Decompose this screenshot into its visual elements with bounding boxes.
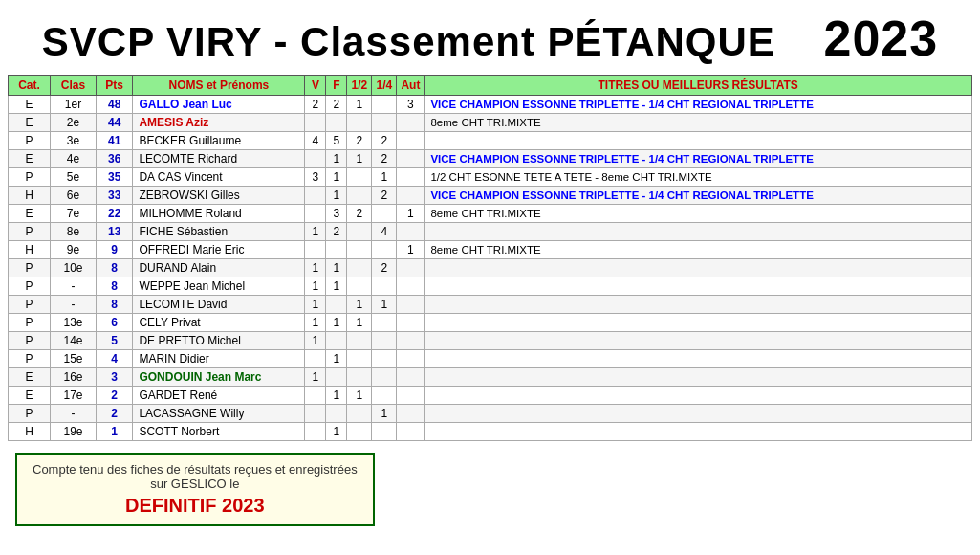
- cell-quarter: [372, 314, 397, 332]
- cell-titres: VICE CHAMPION ESSONNE TRIPLETTE - 1/4 CH…: [425, 96, 972, 114]
- cell-half: [347, 423, 372, 441]
- cell-clas: 7e: [51, 205, 97, 223]
- cell-f: 1: [326, 150, 347, 168]
- cell-quarter: 1: [372, 405, 397, 423]
- footer-line2: sur GESLICO le: [150, 477, 239, 491]
- cell-aut: 3: [397, 96, 425, 114]
- cell-aut: [397, 187, 425, 205]
- cell-titres: [425, 350, 972, 368]
- cell-cat: E: [9, 150, 51, 168]
- table-row: H 9e 9 OFFREDI Marie Eric 1 8eme CHT TRI…: [9, 241, 972, 259]
- cell-v: [305, 187, 326, 205]
- cell-cat: P: [9, 405, 51, 423]
- cell-pts: 4: [96, 350, 133, 368]
- col-aut: Aut: [397, 76, 425, 96]
- cell-name: BECKER Guillaume: [133, 132, 305, 150]
- cell-titres: 8eme CHT TRI.MIXTE: [425, 205, 972, 223]
- cell-titres: [425, 296, 972, 314]
- cell-v: [305, 423, 326, 441]
- cell-half: [347, 278, 372, 296]
- cell-titres: [425, 423, 972, 441]
- cell-cat: P: [9, 132, 51, 150]
- cell-half: [347, 405, 372, 423]
- cell-v: [305, 205, 326, 223]
- cell-aut: [397, 423, 425, 441]
- col-v: V: [305, 76, 326, 96]
- cell-clas: 5e: [51, 168, 97, 187]
- cell-aut: [397, 168, 425, 187]
- cell-f: 1: [326, 187, 347, 205]
- cell-name: MILHOMME Roland: [133, 205, 305, 223]
- cell-clas: 10e: [51, 259, 97, 278]
- col-half: 1/2: [347, 76, 372, 96]
- cell-aut: [397, 259, 425, 278]
- footer-area: Compte tenu des fiches de résultats reçu…: [0, 441, 980, 530]
- cell-quarter: [372, 114, 397, 132]
- table-row: E 7e 22 MILHOMME Roland 3 2 1 8eme CHT T…: [9, 205, 972, 223]
- cell-pts: 44: [96, 114, 133, 132]
- cell-pts: 22: [96, 205, 133, 223]
- cell-pts: 1: [96, 423, 133, 441]
- cell-clas: 9e: [51, 241, 97, 259]
- cell-half: 1: [347, 96, 372, 114]
- rankings-table: Cat. Clas Pts NOMS et Prénoms V F 1/2 1/…: [8, 75, 972, 441]
- cell-clas: 2e: [51, 114, 97, 132]
- cell-v: 1: [305, 332, 326, 350]
- cell-half: 1: [347, 296, 372, 314]
- cell-aut: [397, 350, 425, 368]
- cell-f: [326, 114, 347, 132]
- cell-aut: 1: [397, 205, 425, 223]
- cell-cat: P: [9, 350, 51, 368]
- table-row: E 16e 3 GONDOUIN Jean Marc 1: [9, 368, 972, 387]
- cell-cat: P: [9, 168, 51, 187]
- cell-cat: P: [9, 296, 51, 314]
- col-quarter: 1/4: [372, 76, 397, 96]
- cell-pts: 8: [96, 259, 133, 278]
- cell-titres: [425, 259, 972, 278]
- cell-pts: 5: [96, 332, 133, 350]
- cell-cat: P: [9, 332, 51, 350]
- cell-half: 1: [347, 314, 372, 332]
- table-row: P 3e 41 BECKER Guillaume 4 5 2 2: [9, 132, 972, 150]
- table-row: E 17e 2 GARDET René 1 1: [9, 387, 972, 405]
- main-title: SVCP VIRY - Classement PÉTANQUE 2023: [0, 0, 980, 75]
- table-row: P 14e 5 DE PRETTO Michel 1: [9, 332, 972, 350]
- cell-quarter: 1: [372, 168, 397, 187]
- cell-clas: 4e: [51, 150, 97, 168]
- table-row: P - 8 LECOMTE David 1 1 1: [9, 296, 972, 314]
- cell-name: WEPPE Jean Michel: [133, 278, 305, 296]
- cell-quarter: [372, 278, 397, 296]
- cell-f: [326, 368, 347, 387]
- cell-pts: 48: [96, 96, 133, 114]
- cell-cat: E: [9, 96, 51, 114]
- cell-aut: [397, 332, 425, 350]
- cell-f: 2: [326, 223, 347, 241]
- cell-half: [347, 223, 372, 241]
- cell-aut: [397, 114, 425, 132]
- cell-aut: [397, 405, 425, 423]
- cell-aut: [397, 368, 425, 387]
- cell-half: [347, 332, 372, 350]
- cell-titres: [425, 223, 972, 241]
- cell-f: 2: [326, 96, 347, 114]
- cell-pts: 2: [96, 387, 133, 405]
- cell-name: OFFREDI Marie Eric: [133, 241, 305, 259]
- cell-titres: [425, 405, 972, 423]
- cell-titres: [425, 132, 972, 150]
- cell-aut: [397, 278, 425, 296]
- cell-name: DE PRETTO Michel: [133, 332, 305, 350]
- cell-name: GARDET René: [133, 387, 305, 405]
- cell-clas: 13e: [51, 314, 97, 332]
- cell-v: [305, 241, 326, 259]
- cell-clas: 1er: [51, 96, 97, 114]
- definitif-label: DEFINITIF 2023: [33, 495, 358, 517]
- col-clas: Clas: [51, 76, 97, 96]
- cell-cat: E: [9, 205, 51, 223]
- cell-quarter: [372, 368, 397, 387]
- cell-name: SCOTT Norbert: [133, 423, 305, 441]
- cell-titres: [425, 387, 972, 405]
- cell-quarter: 2: [372, 150, 397, 168]
- table-row: E 4e 36 LECOMTE Richard 1 1 2 VICE CHAMP…: [9, 150, 972, 168]
- cell-cat: H: [9, 241, 51, 259]
- cell-quarter: 2: [372, 187, 397, 205]
